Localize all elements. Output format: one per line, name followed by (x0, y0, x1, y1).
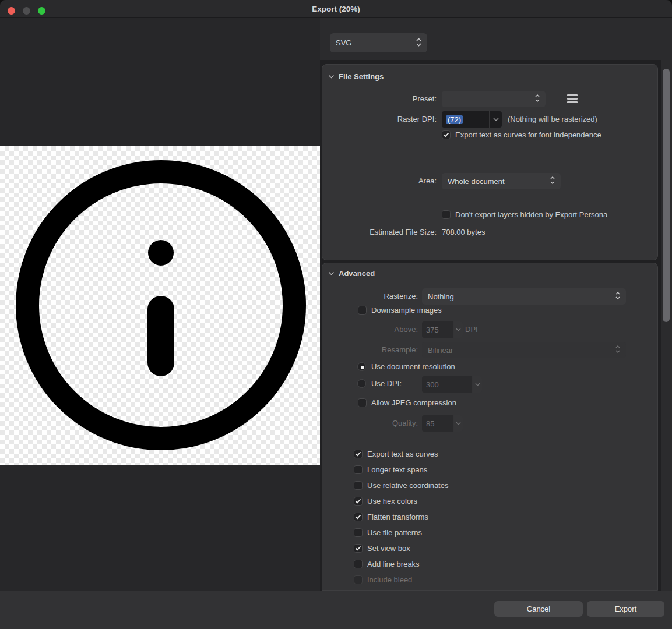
use-document-resolution-radio[interactable] (357, 362, 366, 371)
preset-label: Preset: (332, 94, 437, 104)
use-relative-coordinates-label: Use relative coordinates (367, 481, 448, 490)
allow-jpeg-label: Allow JPEG compression (371, 398, 456, 408)
use-dpi-label: Use DPI: (371, 379, 402, 388)
checkmark-icon (355, 451, 361, 457)
area-select[interactable]: Whole document (442, 173, 561, 189)
quality-value: 85 (426, 419, 434, 428)
flatten-transforms-checkbox[interactable] (354, 513, 363, 521)
export-text-as-curves-label: Export text as curves (367, 450, 438, 459)
raster-dpi-note: (Nothing will be rasterized) (508, 115, 597, 124)
raster-dpi-dropdown-button[interactable] (490, 111, 502, 128)
info-icon-preview (0, 146, 320, 465)
use-dpi-radio[interactable] (357, 379, 366, 388)
raster-dpi-input[interactable]: (72) (442, 111, 489, 128)
checkmark-icon (355, 514, 361, 520)
include-bleed-checkbox (354, 575, 363, 584)
downsample-checkbox[interactable] (358, 306, 367, 314)
resample-select-value: Bilinear (428, 346, 453, 355)
scrollbar-thumb[interactable] (663, 69, 670, 322)
raster-dpi-value: (72) (446, 115, 463, 124)
quality-label: Quality: (325, 419, 418, 428)
use-dpi-input: 300 (422, 376, 472, 393)
stepper-icon (534, 94, 540, 104)
use-tile-patterns-label: Use tile patterns (367, 528, 422, 538)
chevron-down-icon (456, 328, 461, 331)
checkmark-icon (355, 499, 361, 504)
export-curves-font-label: Export text as curves for font independe… (455, 130, 601, 140)
estimated-size-value: 708.00 bytes (442, 228, 485, 237)
stepper-icon (416, 37, 422, 49)
checkmark-icon (443, 132, 449, 137)
use-relative-coordinates-checkbox[interactable] (354, 481, 363, 490)
resample-select: Bilinear (422, 342, 626, 358)
downsample-label: Downsample images (371, 306, 442, 315)
above-value: 375 (426, 326, 439, 334)
quality-input: 85 (422, 415, 453, 432)
export-dialog: Export (20%) SVG File Settings (0, 0, 672, 629)
format-select[interactable]: SVG (330, 33, 427, 52)
export-button[interactable]: Export (587, 601, 664, 617)
file-settings-header[interactable]: File Settings (328, 72, 384, 81)
chevron-down-icon (493, 118, 499, 121)
checkmark-icon (355, 546, 361, 551)
preset-menu-icon[interactable] (567, 94, 578, 103)
flatten-transforms-label: Flatten transforms (367, 513, 428, 522)
transparency-checkerboard (0, 146, 320, 465)
preset-select[interactable] (442, 91, 546, 107)
dont-export-hidden-label: Don't export layers hidden by Export Per… (455, 210, 607, 220)
above-input: 375 (422, 321, 453, 338)
use-document-resolution-label: Use document resolution (371, 362, 455, 372)
export-curves-font-checkbox[interactable] (442, 130, 451, 139)
chevron-down-icon (328, 271, 335, 275)
area-label: Area: (332, 176, 437, 186)
allow-jpeg-checkbox[interactable] (358, 398, 367, 407)
stepper-icon (550, 176, 555, 186)
export-settings-pane: SVG File Settings Preset: Raster DPI: (320, 18, 672, 591)
file-settings-title: File Settings (339, 72, 384, 81)
advanced-header[interactable]: Advanced (328, 269, 375, 278)
above-dropdown-button (454, 321, 463, 338)
add-line-breaks-checkbox[interactable] (354, 560, 363, 568)
resample-label: Resample: (325, 345, 418, 355)
chevron-down-icon (456, 422, 461, 425)
raster-dpi-label: Raster DPI: (332, 115, 437, 124)
titlebar: Export (20%) (0, 0, 672, 18)
window-title: Export (20%) (0, 0, 672, 18)
estimated-size-label: Estimated File Size: (332, 228, 437, 237)
dont-export-hidden-checkbox[interactable] (442, 210, 451, 219)
set-view-box-label: Set view box (367, 544, 410, 553)
chevron-down-icon (475, 383, 480, 386)
file-settings-panel: File Settings Preset: Raster DPI: (72) (… (322, 64, 658, 260)
use-dpi-dropdown-button (473, 376, 482, 393)
longer-text-spans-label: Longer text spans (367, 465, 427, 475)
above-dpi-suffix: DPI (465, 325, 478, 334)
use-hex-colors-label: Use hex colors (367, 497, 417, 506)
export-preview-pane (0, 18, 320, 591)
dialog-footer: Cancel Export (0, 591, 672, 629)
quality-dropdown-button (454, 415, 463, 432)
stepper-icon (615, 345, 621, 355)
rasterize-label: Rasterize: (325, 292, 418, 301)
include-bleed-label: Include bleed (367, 575, 412, 585)
rasterize-select-value: Nothing (428, 292, 454, 301)
chevron-down-icon (328, 75, 335, 79)
use-dpi-value: 300 (426, 380, 439, 389)
format-select-value: SVG (336, 38, 351, 47)
add-line-breaks-label: Add line breaks (367, 560, 420, 569)
set-view-box-checkbox[interactable] (354, 544, 363, 553)
rasterize-select[interactable]: Nothing (422, 288, 626, 305)
stepper-icon (615, 291, 621, 302)
advanced-panel: Advanced Rasterize: Nothing Downsample i… (322, 263, 658, 591)
use-hex-colors-checkbox[interactable] (354, 497, 363, 506)
advanced-title: Advanced (339, 269, 375, 278)
above-label: Above: (325, 325, 418, 334)
cancel-button[interactable]: Cancel (494, 601, 583, 617)
area-select-value: Whole document (448, 177, 505, 186)
use-tile-patterns-checkbox[interactable] (354, 528, 363, 537)
longer-text-spans-checkbox[interactable] (354, 465, 363, 474)
export-text-as-curves-checkbox[interactable] (354, 450, 363, 458)
